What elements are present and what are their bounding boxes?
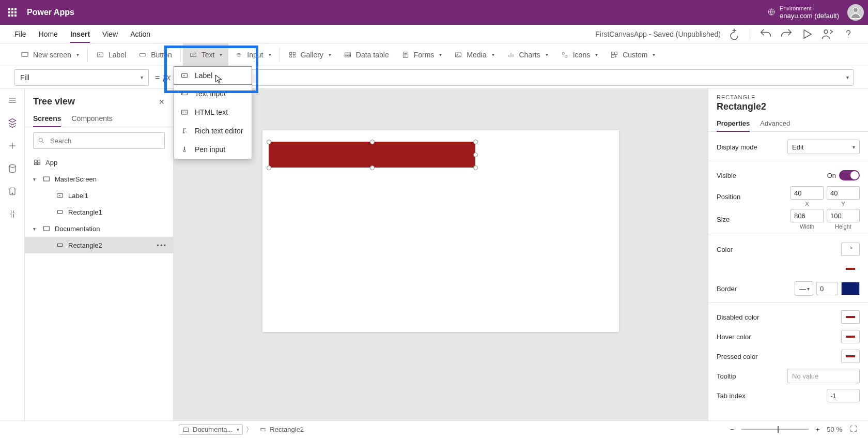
- menu-home[interactable]: Home: [39, 30, 58, 38]
- tree-search[interactable]: [33, 132, 165, 149]
- gallery-dropdown[interactable]: Gallery▾: [282, 43, 337, 66]
- statusbar: Documenta... ▾ 〉 Rectangle2 − + 50 %: [0, 420, 868, 438]
- help-icon[interactable]: [841, 27, 856, 41]
- canvas-area[interactable]: [174, 89, 708, 420]
- formula-bar: Fill ▾ ƒx ▾: [0, 66, 868, 89]
- border-width-input[interactable]: 0: [816, 282, 838, 295]
- menu-view[interactable]: View: [102, 30, 118, 38]
- avatar[interactable]: [847, 4, 864, 21]
- svg-rect-25: [38, 160, 40, 162]
- position-x-input[interactable]: 40: [791, 186, 824, 200]
- menu-item-richtext[interactable]: Rich text editor: [174, 122, 252, 140]
- menu-item-textinput[interactable]: Text input: [174, 84, 252, 103]
- visible-on-label: On: [827, 172, 836, 179]
- custom-label: Custom: [623, 51, 647, 59]
- media-rail-icon[interactable]: [7, 186, 18, 197]
- selection-handle[interactable]: [473, 140, 478, 144]
- zoom-slider[interactable]: [741, 429, 809, 430]
- search-input[interactable]: [49, 137, 160, 145]
- color-picker[interactable]: [841, 243, 860, 256]
- menu-item-htmltext[interactable]: HTML text: [174, 103, 252, 122]
- charts-dropdown[interactable]: Charts▾: [501, 43, 554, 66]
- redo-icon[interactable]: [779, 27, 794, 41]
- selection-handle[interactable]: [473, 165, 478, 170]
- forms-dropdown[interactable]: Forms▾: [395, 43, 448, 66]
- menu-action[interactable]: Action: [130, 30, 150, 38]
- fit-screen-icon[interactable]: [849, 425, 858, 434]
- disabled-color-picker[interactable]: [841, 310, 860, 324]
- advanced-tools-icon[interactable]: [7, 209, 18, 219]
- pressed-color-picker[interactable]: [841, 350, 860, 363]
- tabindex-input[interactable]: -1: [827, 389, 860, 402]
- tooltip-input[interactable]: No value: [787, 369, 860, 383]
- tree-item-label1[interactable]: Label1: [25, 187, 173, 204]
- border-color-picker[interactable]: [841, 282, 860, 295]
- input-dropdown[interactable]: Input▾: [228, 43, 277, 66]
- data-icon[interactable]: [7, 163, 18, 174]
- tab-components[interactable]: Components: [71, 110, 112, 127]
- chevron-down-icon: ▾: [269, 52, 271, 57]
- breadcrumb-screen[interactable]: Documenta... ▾: [179, 424, 243, 435]
- tree-item-masterscreen[interactable]: ▾ MasterScreen: [25, 171, 173, 187]
- new-screen-button[interactable]: New screen▾: [14, 43, 85, 66]
- environment-selector[interactable]: Environment enayu.com (default): [780, 5, 839, 20]
- property-selector[interactable]: Fill ▾: [14, 69, 149, 86]
- breadcrumb-control[interactable]: Rectangle2: [256, 424, 307, 435]
- menu-item-label[interactable]: Label: [174, 66, 252, 85]
- tab-properties[interactable]: Properties: [717, 115, 750, 131]
- datatable-button[interactable]: Data table: [337, 43, 395, 66]
- chevron-down-icon: ▾: [329, 52, 331, 57]
- tree-item-app[interactable]: App: [25, 154, 173, 171]
- tab-advanced[interactable]: Advanced: [760, 115, 790, 131]
- zoom-in-icon[interactable]: +: [816, 426, 820, 433]
- label-button[interactable]: Label: [90, 43, 132, 66]
- canvas[interactable]: [262, 130, 619, 332]
- svg-rect-11: [345, 53, 351, 57]
- selection-handle[interactable]: [370, 140, 375, 144]
- svg-rect-27: [38, 163, 40, 164]
- media-dropdown[interactable]: Media▾: [448, 43, 500, 66]
- displaymode-select[interactable]: Edit▾: [787, 140, 860, 154]
- insert-icon[interactable]: [7, 141, 18, 151]
- tree-item-rectangle1[interactable]: Rectangle1: [25, 204, 173, 220]
- selection-handle[interactable]: [267, 140, 271, 144]
- svg-rect-4: [98, 53, 103, 57]
- visible-toggle[interactable]: [839, 170, 860, 180]
- hamburger-icon[interactable]: [7, 95, 18, 105]
- tab-screens[interactable]: Screens: [33, 110, 61, 127]
- app-launcher-icon[interactable]: [4, 4, 21, 21]
- tree-item-documentation[interactable]: ▾ Documentation: [25, 220, 173, 237]
- prop-size-label: Size: [717, 216, 791, 223]
- border-style-select[interactable]: —▾: [795, 281, 813, 296]
- prop-visible-label: Visible: [717, 172, 827, 179]
- size-height-input[interactable]: 100: [827, 209, 860, 222]
- app-title: Power Apps: [27, 8, 74, 17]
- rectangle-shape[interactable]: [269, 142, 475, 168]
- text-dropdown[interactable]: Text▾: [183, 43, 229, 66]
- size-width-input[interactable]: 806: [791, 209, 824, 222]
- app-checker-icon[interactable]: [727, 27, 741, 41]
- menu-insert[interactable]: Insert: [70, 30, 90, 38]
- tree-item-rectangle2[interactable]: Rectangle2 •••: [25, 237, 173, 253]
- menu-item-peninput[interactable]: Pen input: [174, 140, 252, 159]
- selection-handle[interactable]: [370, 165, 375, 170]
- svg-rect-28: [44, 177, 50, 181]
- selection-handle[interactable]: [267, 165, 271, 170]
- more-icon[interactable]: •••: [157, 241, 167, 249]
- custom-dropdown[interactable]: Custom▾: [604, 43, 661, 66]
- zoom-out-icon[interactable]: −: [730, 426, 734, 433]
- fx-icon: ƒx: [155, 73, 171, 82]
- close-icon[interactable]: ✕: [159, 98, 165, 106]
- tree-label: App: [45, 159, 57, 167]
- share-icon[interactable]: [820, 27, 835, 41]
- tree-view-icon[interactable]: [7, 118, 18, 128]
- position-y-input[interactable]: 40: [827, 186, 860, 200]
- undo-icon[interactable]: [758, 27, 773, 41]
- formula-input[interactable]: ▾: [177, 69, 854, 86]
- play-icon[interactable]: [800, 27, 814, 41]
- hover-color-picker[interactable]: [841, 330, 860, 343]
- icons-dropdown[interactable]: Icons▾: [554, 43, 604, 66]
- menu-file[interactable]: File: [14, 30, 26, 38]
- button-button[interactable]: Button: [132, 43, 178, 66]
- selection-handle[interactable]: [473, 153, 478, 157]
